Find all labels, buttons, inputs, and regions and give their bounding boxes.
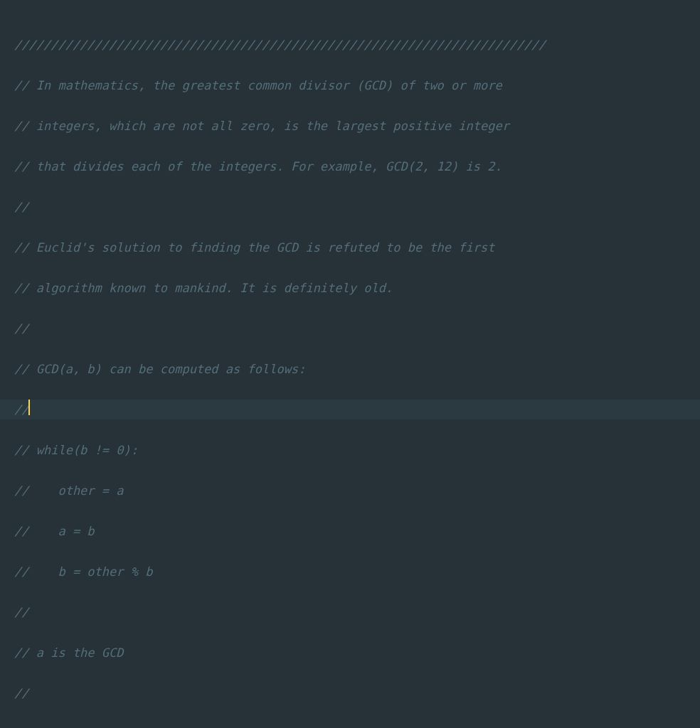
comment-text: // [14,402,28,417]
comment-line: // that divides each of the integers. Fo… [14,156,700,177]
comment-line: // other = a [14,481,700,501]
comment-line: // GCD(a, b) can be computed as follows: [14,359,700,380]
comment-line: // algorithm known to mankind. It is def… [14,278,700,299]
current-line: // [0,400,700,420]
comment-line: // while(b != 0): [14,440,700,461]
comment-line: // a is the GCD [14,643,700,663]
comment-line: // [14,683,700,704]
comment-line: // Euclid's solution to finding the GCD … [14,237,700,258]
comment-line: // integers, which are not all zero, is … [14,116,700,136]
comment-line: ////////////////////////////////////////… [14,35,700,55]
comment-line: // [14,318,700,339]
comment-line: // [14,197,700,218]
comment-line: // b = other % b [14,562,700,582]
code-editor[interactable]: ////////////////////////////////////////… [14,14,700,728]
comment-line: // GCD(378, 378) returns 378 [14,724,700,729]
comment-line: // In mathematics, the greatest common d… [14,75,700,96]
text-cursor [28,400,30,415]
comment-line: // [14,602,700,623]
comment-line: // a = b [14,521,700,542]
